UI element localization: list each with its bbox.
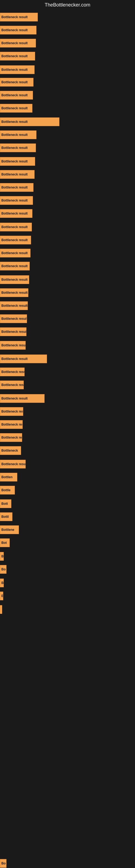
bar-label: Bottleneck result (1, 146, 28, 150)
bar-label: Bottleneck result (1, 41, 28, 45)
bar-label: Bottleneck result (1, 410, 23, 413)
bar-label: Bottlen (1, 475, 12, 479)
bar-label: Bottleneck (1, 448, 18, 453)
bar-item: Bottleneck result (0, 196, 33, 205)
bar-label: Bottleneck result (1, 186, 28, 189)
bar-item: Bottleneck result (0, 13, 38, 22)
bar-item: Bottleneck result (0, 328, 27, 336)
bar-label: Bottl (1, 515, 9, 519)
bar-label: Bottleneck result (1, 397, 28, 400)
bar-item: Bottleneck result (0, 354, 47, 363)
bar-item: Bottleneck result (0, 209, 32, 218)
bar-label: Bottleneck result (1, 159, 28, 163)
bar-item: Bottleneck result (0, 420, 23, 429)
bar-item: Bottleneck result (0, 380, 24, 389)
bar-item: Bottleneck result (0, 118, 59, 126)
bar-item: Bottleneck result (0, 52, 35, 61)
bar-item: Bottle (0, 486, 15, 495)
bar-item: Bottleneck result (0, 157, 35, 166)
bar-item: B (0, 592, 3, 600)
bar-item: B (0, 552, 4, 561)
bar-label: Bottleneck result (1, 133, 28, 137)
bar-item: Bottlen (0, 473, 17, 482)
bar-item: Bottleneck result (0, 394, 45, 403)
bar-item: Bottleneck result (0, 223, 32, 231)
bar-label: Bottleneck result (1, 291, 28, 294)
bar-label: Bottleneck result (1, 54, 28, 58)
bar-label: B (1, 554, 4, 558)
bar-item: Bott (0, 499, 11, 508)
bar-label: Bottleneck result (1, 330, 27, 334)
bar-label: Bottleneck result (1, 120, 28, 124)
bar-label: Bottleneck result (1, 93, 28, 97)
bar-item: Bo (0, 859, 6, 868)
bar-label: Bottleneck result (1, 212, 28, 215)
bar-item: Bottleneck resu (0, 460, 26, 468)
bar-item: Bottleneck result (0, 301, 28, 310)
bar-item: Bottleneck result (0, 104, 32, 113)
bar-item: Bottleneck result (0, 249, 31, 257)
bar-item: B (0, 579, 4, 587)
bar-label: Bottleneck result (1, 80, 28, 84)
bar-label: Bottleneck result (1, 251, 28, 255)
bar-item: Bottleneck result (0, 368, 25, 376)
bar-item: Bottl (0, 513, 12, 521)
bar-label: Bottleneck result (1, 317, 27, 321)
bar-label: B (1, 594, 3, 598)
bar-label: Bottleneck result (1, 343, 26, 347)
bar-label: Bottleneck result (1, 383, 24, 387)
bar-item: Bottleneck result (0, 65, 35, 74)
bar-label: Bott (1, 502, 8, 506)
bar-label: Bottleneck result (1, 106, 28, 110)
bar-item: Bottleneck result (0, 130, 37, 139)
bar-item: Bottleneck result (0, 314, 27, 323)
bar-item: Bottleneck result (0, 91, 33, 99)
bar-item: Bot (0, 538, 10, 547)
bar-item: Bottleneck result (0, 26, 37, 34)
bar-item: Bottleneck result (0, 170, 35, 179)
bar-item: Bottleneck result (0, 39, 36, 48)
bar-item: Bottlene (0, 525, 19, 534)
bar-label: Bo (1, 567, 6, 571)
bar-item: Bo (0, 565, 6, 574)
chart-area: Bottleneck resultBottleneck resultBottle… (0, 10, 135, 867)
bar-label: Bottleneck result (1, 225, 28, 229)
bar-item: Bottleneck result (0, 183, 34, 192)
bar-item (0, 605, 2, 614)
bar-item: Bottleneck result (0, 236, 31, 244)
bar-label: Bottleneck result (1, 28, 28, 32)
bar-label: Bottleneck result (1, 370, 25, 374)
bar-label: Bottleneck result (1, 357, 28, 361)
bar-label: Bottleneck result (1, 173, 28, 176)
bar-label: Bottlene (1, 528, 14, 532)
bar-item: Bottleneck result (0, 144, 36, 152)
bar-item: Bottleneck result (0, 433, 22, 442)
site-title: TheBottlenecker.com (0, 0, 135, 10)
bar-label: Bottleneck result (1, 304, 28, 308)
bar-label: Bot (1, 541, 7, 545)
bar-item: Bottleneck result (0, 275, 29, 284)
bar-label: Bottleneck result (1, 423, 23, 426)
bar-label: Bottleneck result (1, 278, 28, 282)
bar-label: Bottleneck result (1, 238, 28, 242)
bar-item: Bottleneck (0, 446, 21, 455)
bar-label: B (1, 581, 4, 585)
bar-label: Bottleneck resu (1, 462, 26, 466)
bar-label: Bottle (1, 488, 10, 492)
bar-label: Bo (1, 862, 6, 865)
bar-label: Bottleneck result (1, 68, 28, 72)
bar-item: Bottleneck result (0, 341, 26, 350)
bar-item: Bottleneck result (0, 262, 30, 271)
bar-label: Bottleneck result (1, 198, 28, 203)
bar-label: Bottleneck result (1, 264, 28, 268)
bar-item: Bottleneck result (0, 407, 23, 416)
bar-item: Bottleneck result (0, 288, 28, 297)
bar-item: Bottleneck result (0, 78, 34, 87)
bar-label: Bottleneck result (1, 15, 28, 19)
bar-label: Bottleneck result (1, 436, 22, 439)
